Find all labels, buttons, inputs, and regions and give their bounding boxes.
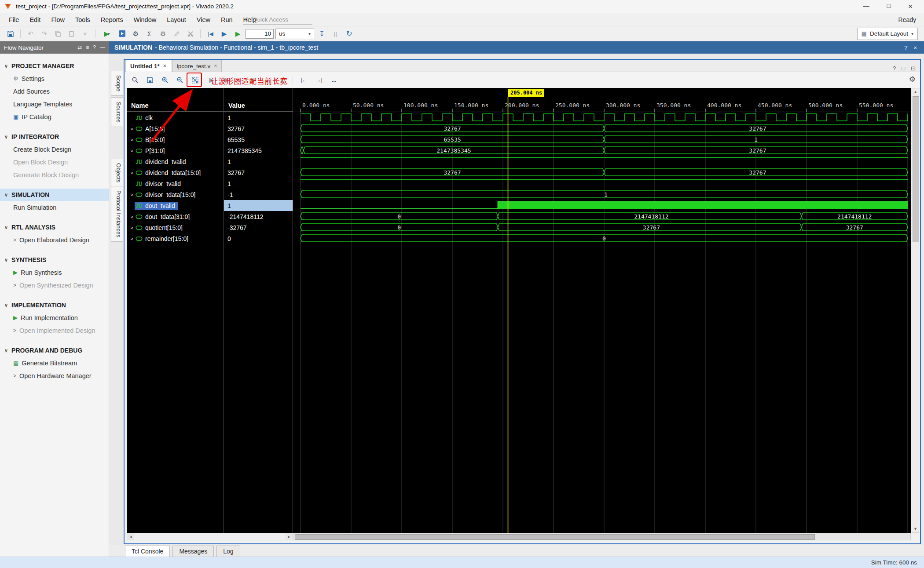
scroll-left-icon[interactable]: ◂	[127, 534, 134, 539]
restart-sim-icon[interactable]: |◀	[205, 28, 216, 40]
flow-section-header-synthesis[interactable]: ∨SYNTHESIS	[0, 254, 109, 266]
signal-row-p-31-0[interactable]: >P[31:0]	[127, 145, 224, 156]
delete-icon[interactable]: ×	[79, 28, 91, 40]
signal-row-clk[interactable]: clk	[127, 112, 224, 123]
tab-ipcore-test-v[interactable]: ipcore_test.v×	[172, 60, 222, 72]
relaunch-icon[interactable]: ↻	[343, 28, 355, 40]
name-column-header[interactable]: Name	[127, 99, 224, 112]
bottom-tab-messages[interactable]: Messages	[172, 546, 214, 557]
wave-remainder-15-0[interactable]: 0	[301, 235, 908, 242]
settings-gear-icon[interactable]: ⚙	[130, 28, 142, 40]
tab-untitled-1[interactable]: Untitled 1*×	[125, 60, 171, 72]
flow-item-open-elaborated-design[interactable]: >Open Elaborated Design	[0, 233, 109, 246]
flow-item-add-sources[interactable]: Add Sources	[0, 85, 109, 98]
horizontal-scrollbar[interactable]	[293, 533, 911, 540]
flow-item-run-simulation[interactable]: Run Simulation	[0, 201, 109, 214]
goto-time-zero-icon[interactable]: |←	[298, 74, 310, 86]
minimize-button[interactable]: —	[863, 2, 869, 11]
menu-run[interactable]: Run	[216, 15, 238, 25]
collapse-icon[interactable]: —	[100, 44, 105, 51]
expand-icon[interactable]: >	[129, 214, 135, 219]
signal-row-remainder-15-0[interactable]: >remainder[15:0]	[127, 233, 224, 244]
save-project-icon[interactable]	[4, 28, 16, 40]
chevron-right-icon[interactable]: >	[13, 237, 16, 243]
run-all-icon[interactable]: ▶	[218, 28, 230, 40]
flow-item-settings[interactable]: ⚙Settings	[0, 72, 109, 85]
flow-section-header-ip-integrator[interactable]: ∨IP INTEGRATOR	[0, 131, 109, 143]
flow-item-open-synthesized-design[interactable]: >Open Synthesized Design	[0, 279, 109, 291]
flow-item-run-synthesis[interactable]: ▶Run Synthesis	[0, 266, 109, 279]
signal-row-quotient-15-0[interactable]: >quotient[15:0]	[127, 222, 224, 233]
save-waveform-icon[interactable]	[144, 74, 156, 86]
find-icon[interactable]	[129, 74, 141, 86]
edit-icon[interactable]	[171, 28, 183, 40]
side-tab-protocol-instances[interactable]: Protocol Instances	[111, 186, 123, 242]
menu-edit[interactable]: Edit	[24, 15, 46, 25]
bottom-tab-log[interactable]: Log	[216, 546, 240, 557]
maximize-button[interactable]: □	[887, 2, 891, 11]
horizontal-scroll-thumb[interactable]	[295, 534, 815, 540]
expand-icon[interactable]: >	[129, 225, 135, 230]
name-scroll-track[interactable]	[134, 533, 286, 540]
menu-reports[interactable]: Reports	[95, 15, 128, 25]
vertical-scroll-thumb[interactable]	[913, 96, 919, 242]
signal-row-divisor-tvalid[interactable]: divisor_tvalid	[127, 178, 224, 189]
time-unit-select[interactable]: us ▾	[275, 29, 314, 39]
help-icon[interactable]: ?	[893, 65, 896, 72]
flow-item-open-hardware-manager[interactable]: >Open Hardware Manager	[0, 369, 109, 382]
bottom-tab-tcl-console[interactable]: Tcl Console	[125, 546, 170, 557]
wave-divisor-tdata-15-0[interactable]: -1	[301, 191, 908, 198]
signal-row-dout-tdata-31-0[interactable]: >dout_tdata[31:0]	[127, 211, 224, 222]
side-tab-scope[interactable]: Scope	[111, 71, 123, 96]
menu-layout[interactable]: Layout	[161, 15, 191, 25]
signal-row-b-15-0[interactable]: >B[15:0]	[127, 134, 224, 145]
flow-item-open-implemented-design[interactable]: >Open Implemented Design	[0, 324, 109, 337]
menu-tools[interactable]: Tools	[70, 15, 95, 25]
copy-icon[interactable]	[52, 28, 64, 40]
name-panel-scrollbar[interactable]: ◂ ▸	[127, 533, 293, 540]
flow-item-create-block-design[interactable]: Create Block Design	[0, 143, 109, 156]
waveform-canvas[interactable]: 0.000 ns50.000 ns100.000 ns150.000 ns200…	[293, 88, 911, 533]
run-for-time-icon[interactable]: ▶	[232, 28, 244, 40]
layout-selector[interactable]: ▦ Default Layout ▾	[857, 28, 918, 40]
flow-section-header-program-and-debug[interactable]: ∨PROGRAM AND DEBUG	[0, 344, 109, 357]
undo-icon[interactable]: ↶	[25, 28, 37, 40]
side-tab-objects[interactable]: Objects	[111, 159, 123, 187]
menu-window[interactable]: Window	[128, 15, 162, 25]
menu-view[interactable]: View	[191, 15, 216, 25]
flow-item-run-implementation[interactable]: ▶Run Implementation	[0, 311, 109, 324]
flow-section-header-simulation[interactable]: ∨SIMULATION	[0, 189, 109, 201]
break-icon[interactable]: ||	[330, 28, 341, 40]
expand-icon[interactable]: >	[129, 137, 135, 142]
signal-row-divisor-tdata-15-0[interactable]: >divisor_tdata[15:0]	[127, 189, 224, 200]
close-button[interactable]: ×	[908, 2, 913, 11]
close-icon[interactable]: ×	[214, 63, 217, 69]
flow-item-generate-block-design[interactable]: Generate Block Design	[0, 168, 109, 181]
help-icon[interactable]: ?	[904, 44, 907, 51]
scroll-right-icon[interactable]: ▸	[286, 534, 293, 539]
sum-icon[interactable]: Σ	[143, 28, 155, 40]
expand-icon[interactable]: >	[129, 148, 135, 153]
chevron-right-icon[interactable]: >	[13, 328, 16, 334]
flow-item-open-block-design[interactable]: Open Block Design	[0, 156, 109, 168]
chevron-right-icon[interactable]: >	[13, 373, 16, 379]
signal-row-a-15-0[interactable]: >A[15:0]	[127, 123, 224, 134]
expand-icon[interactable]: >	[129, 192, 135, 197]
signal-row-dividend-tvalid[interactable]: dividend_tvalid	[127, 156, 224, 167]
wave-dout-tvalid[interactable]	[301, 202, 908, 209]
chevron-right-icon[interactable]: >	[13, 282, 16, 288]
wave-clk[interactable]	[301, 114, 908, 121]
flow-section-header-project-manager[interactable]: ∨PROJECT MANAGER	[0, 60, 109, 72]
maximize-icon[interactable]: ⊡	[911, 65, 916, 72]
goto-time-end-icon[interactable]: →|	[313, 74, 325, 86]
vertical-scrollbar[interactable]: ▲ ▼	[912, 88, 919, 533]
run-button[interactable]: ▶▾	[99, 28, 114, 40]
flow-item-ip-catalog[interactable]: ▣IP Catalog	[0, 110, 109, 123]
simulation-icon[interactable]	[116, 28, 128, 40]
flow-section-header-rtl-analysis[interactable]: ∨RTL ANALYSIS	[0, 221, 109, 233]
flow-item-generate-bitstream[interactable]: ▦Generate Bitstream	[0, 357, 109, 369]
scroll-up-icon[interactable]: ▲	[912, 88, 919, 95]
value-column-header[interactable]: Value	[224, 99, 293, 112]
menu-icon[interactable]: ≡	[86, 44, 89, 51]
expand-icon[interactable]: >	[129, 170, 135, 175]
